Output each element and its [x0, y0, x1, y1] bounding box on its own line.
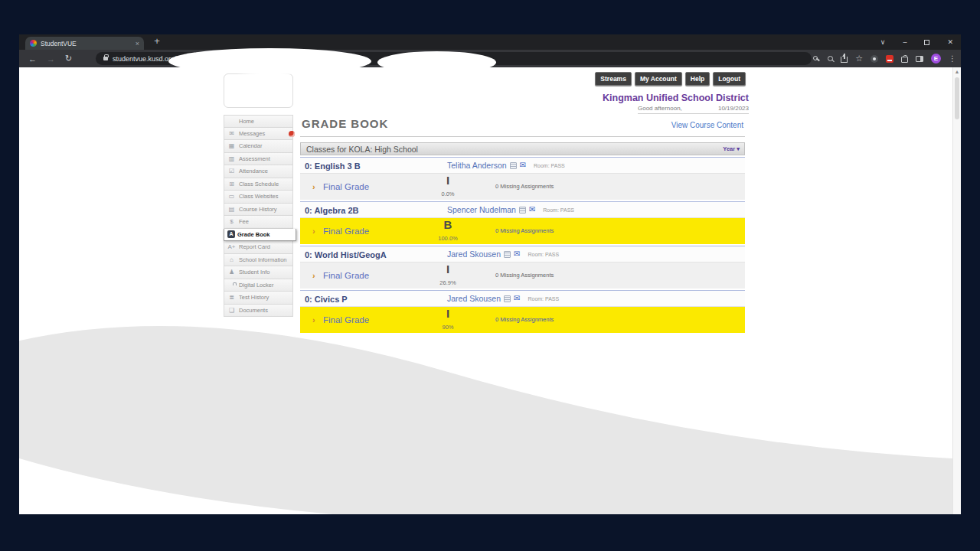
sidebar-item-test-history[interactable]: ≣ Test History	[224, 292, 293, 305]
studentvue-favicon-icon	[30, 40, 37, 47]
teacher-email-icon[interactable]: ✉	[520, 161, 526, 169]
window-maximize-icon[interactable]	[924, 40, 929, 45]
bookmark-star-icon[interactable]: ☆	[855, 54, 863, 63]
expand-chevron-icon[interactable]: ›	[312, 315, 315, 324]
sidebar-item-home[interactable]: Home	[224, 115, 293, 128]
streams-button[interactable]: Streams	[595, 72, 632, 86]
scrollbar-thumb[interactable]	[955, 77, 959, 119]
window-minimize-icon[interactable]: –	[903, 34, 906, 50]
teacher-email-icon[interactable]: ✉	[514, 250, 520, 258]
sidebar-item-messages[interactable]: ✉ Messages	[224, 128, 293, 141]
help-button[interactable]: Help	[685, 72, 710, 86]
checkbox-icon: ☑	[227, 168, 237, 174]
grade-letter: I	[446, 262, 449, 276]
browser-tabstrip: StudentVUE × + ∨ – ✕	[19, 34, 961, 50]
teacher-link[interactable]: Telitha Anderson	[447, 161, 507, 170]
class-section-0-world-hist-geoga: 0: World Hist/GeogA Jared Skousen ✉ Room…	[300, 246, 745, 290]
teacher-link[interactable]: Jared Skousen	[447, 294, 501, 303]
expand-chevron-icon[interactable]: ›	[312, 227, 315, 236]
gradebook-icon: A	[227, 230, 235, 238]
extension-wheel-icon[interactable]	[871, 55, 878, 63]
class-header: 0: World Hist/GeogA Jared Skousen ✉ Room…	[300, 246, 745, 262]
zoom-icon[interactable]	[828, 56, 833, 61]
missing-assignments: 0 Missing Assignments	[495, 183, 554, 190]
sidebar-item-documents[interactable]: ❏ Documents	[224, 305, 293, 318]
final-grade-row: › Final Grade I 0.0% 0 Missing Assignmen…	[300, 174, 745, 201]
class-name-link[interactable]: 0: Civics P	[305, 291, 348, 308]
teacher-contact-icon[interactable]	[504, 295, 511, 302]
teacher-email-icon[interactable]: ✉	[529, 206, 535, 214]
view-course-content-link[interactable]: View Course Content	[671, 121, 743, 129]
sidebar-item-fee[interactable]: $ Fee	[224, 216, 293, 229]
room-label: Room: PASS	[528, 252, 559, 257]
teacher-link[interactable]: Spencer Nudelman	[447, 205, 516, 214]
window-close-icon[interactable]: ✕	[947, 34, 953, 50]
missing-assignments: 0 Missing Assignments	[495, 272, 554, 279]
test-doc-icon: ≣	[227, 294, 237, 301]
class-name-link[interactable]: 0: English 3 B	[305, 158, 361, 174]
teacher-contact-icon[interactable]	[510, 162, 517, 169]
year-dropdown[interactable]: Year ▾	[723, 145, 740, 152]
browser-menu-icon[interactable]: ⋮	[949, 54, 956, 63]
sidebar-item-calendar[interactable]: ▦ Calendar	[224, 140, 293, 153]
scroll-up-icon[interactable]: ▲	[953, 69, 961, 74]
final-grade-link[interactable]: Final Grade	[323, 227, 369, 236]
sidebar-item-digital-locker[interactable]: Digital Locker	[224, 279, 293, 292]
new-tab-button[interactable]: +	[151, 35, 163, 47]
grade-letter: I	[446, 174, 449, 187]
nav-sidebar: Home ✉ Messages ▦ Calendar ▥ Assessment …	[224, 115, 293, 317]
sidebar-item-school-information[interactable]: ⌂ School Information	[224, 254, 293, 267]
url-text[interactable]: studentvue.kusd.org/	[113, 55, 177, 63]
sidebar-item-course-history[interactable]: ▤ Course History	[224, 204, 293, 217]
title-divider	[300, 136, 745, 137]
final-grade-link[interactable]: Final Grade	[323, 315, 369, 324]
expand-chevron-icon[interactable]: ›	[312, 271, 315, 280]
my-account-button[interactable]: My Account	[635, 72, 682, 86]
extension-red-icon[interactable]	[886, 55, 893, 63]
page-scrollbar[interactable]: ▲	[952, 67, 961, 514]
logout-button[interactable]: Logout	[713, 72, 746, 86]
studentvue-page: ▲ StreamsMy AccountHelpLogout Kingman Un…	[19, 67, 961, 514]
class-section-0-civics-p: 0: Civics P Jared Skousen ✉ Room: PASS ›…	[300, 290, 745, 334]
teacher-contact-icon[interactable]	[504, 251, 511, 258]
student-photo-placeholder	[224, 73, 293, 108]
tab-title: StudentVUE	[41, 40, 132, 47]
sidebar-item-grade-book[interactable]: A Grade Book	[224, 229, 296, 242]
sidebar-item-report-card[interactable]: A+ Report Card	[224, 241, 293, 254]
history-book-icon: ▤	[227, 206, 237, 213]
sidebar-item-student-info[interactable]: ♟ Student Info	[224, 266, 293, 279]
calendar-icon: ▦	[227, 142, 237, 149]
browser-tab-studentvue[interactable]: StudentVUE ×	[25, 37, 144, 50]
page-title: GRADE BOOK	[302, 117, 388, 130]
expand-chevron-icon[interactable]: ›	[312, 182, 315, 191]
report-card-icon: A+	[227, 243, 237, 250]
teacher-contact-icon[interactable]	[519, 207, 526, 214]
https-lock-icon[interactable]	[103, 57, 108, 60]
sidebar-item-assessment[interactable]: ▥ Assessment	[224, 153, 293, 166]
class-section-0-algebra-2b: 0: Algebra 2B Spencer Nudelman ✉ Room: P…	[300, 201, 745, 246]
tab-close-icon[interactable]: ×	[136, 40, 139, 47]
teacher-email-icon[interactable]: ✉	[514, 295, 520, 302]
password-key-icon[interactable]	[813, 55, 820, 62]
profile-avatar[interactable]: E	[931, 54, 941, 64]
sidebar-item-class-schedule[interactable]: ⊞ Class Schedule	[224, 178, 293, 191]
sidebar-item-attendance[interactable]: ☑ Attendance	[224, 165, 293, 178]
teacher-link[interactable]: Jared Skousen	[447, 249, 501, 259]
final-grade-link[interactable]: Final Grade	[323, 271, 369, 280]
final-grade-row: › Final Grade I 90% 0 Missing Assignment…	[300, 307, 745, 334]
extensions-puzzle-icon[interactable]	[901, 57, 908, 63]
final-grade-link[interactable]: Final Grade	[323, 182, 369, 191]
sidebar-item-class-websites[interactable]: ▭ Class Websites	[224, 191, 293, 204]
reload-icon[interactable]: ↻	[65, 54, 72, 64]
window-menu-chevron-icon[interactable]: ∨	[880, 34, 886, 50]
class-name-link[interactable]: 0: World Hist/GeogA	[305, 246, 387, 263]
back-icon[interactable]: ←	[28, 54, 37, 64]
share-icon[interactable]	[841, 57, 848, 63]
side-panel-icon[interactable]	[916, 56, 923, 62]
school-house-icon: ⌂	[227, 256, 237, 263]
document-icon: ❏	[227, 307, 237, 314]
desktop-frame: StudentVUE × + ∨ – ✕ ← → ↻ studentvue.ku…	[0, 0, 980, 551]
forward-icon[interactable]: →	[47, 54, 55, 64]
room-label: Room: PASS	[534, 163, 565, 168]
class-name-link[interactable]: 0: Algebra 2B	[305, 202, 359, 219]
